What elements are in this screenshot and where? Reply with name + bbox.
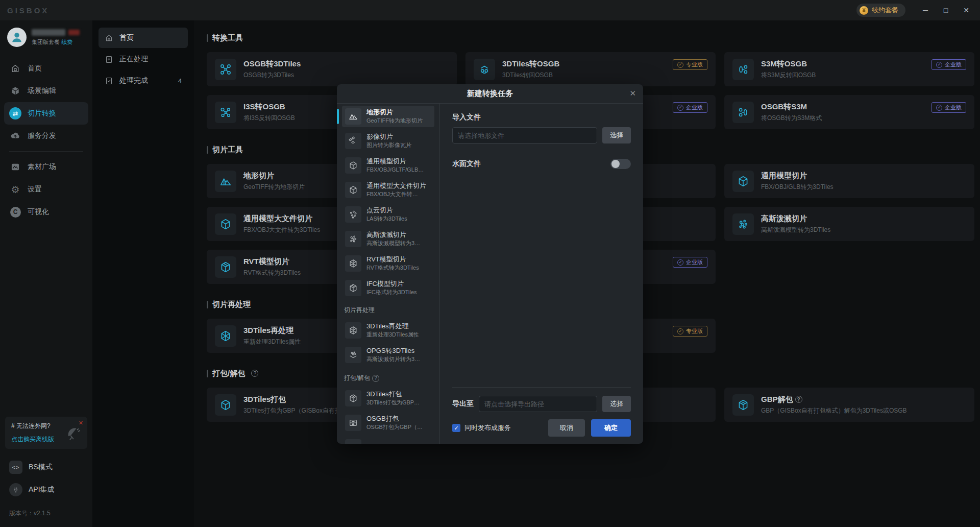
confirm-button[interactable]: 确定: [591, 419, 631, 437]
nav-label: 服务分发: [28, 131, 56, 140]
user-block[interactable]: 集团版套餐 续费: [0, 20, 92, 52]
publish-service-checkbox[interactable]: ✓: [452, 424, 460, 432]
card-gbp-unpack[interactable]: GBP解包 ? GBP（GISBox自有打包格式）解包为3DTiles或OSGB: [724, 388, 974, 422]
list-item-terrain-slice[interactable]: 地形切片 GeoTIFF转为地形切片: [342, 106, 434, 127]
fan-convert-icon: [732, 102, 754, 123]
list-item-large-model-slice[interactable]: 通用模型大文件切片 FBX/OBJ大文件转…: [342, 179, 434, 201]
nav-label: 切片转换: [28, 109, 56, 118]
subnav-label: 正在处理: [119, 55, 148, 64]
nav-item-service-distribute[interactable]: 服务分发: [4, 125, 88, 147]
cancel-button[interactable]: 取消: [548, 419, 585, 437]
cube-icon: [345, 439, 361, 444]
splat-icon: [345, 231, 361, 247]
nav-label: 可视化: [28, 207, 49, 217]
list-item-gaussian-splat-slice[interactable]: 高斯泼溅切片 高斯泼溅模型转为3…: [342, 228, 434, 250]
splat-icon: [732, 213, 754, 235]
list-item-osgb-pack[interactable]: OSGB打包 OSGB打包为GBP（…: [342, 412, 434, 434]
renew-link[interactable]: 续费: [61, 39, 72, 45]
nav-item-settings[interactable]: ⚙ 设置: [4, 178, 88, 201]
section-bar: [207, 301, 208, 308]
subnav-item-home[interactable]: 首页: [99, 28, 188, 48]
section-header-convert: 转换工具: [207, 33, 975, 43]
import-file-input[interactable]: [452, 127, 597, 143]
help-icon[interactable]: ?: [795, 396, 802, 403]
pro-badge: ✓专业版: [673, 326, 707, 337]
help-icon[interactable]: ?: [372, 375, 379, 382]
home-icon: [105, 34, 113, 42]
nav-item-asset-market[interactable]: 素材广场: [4, 156, 88, 178]
convert-nodes-icon: [215, 59, 236, 80]
file-check-icon: [105, 77, 113, 85]
task-type-list: 地形切片 GeoTIFF转为地形切片 影像切片 图片转为影像瓦片 通用模型切片 …: [337, 104, 440, 444]
gear-icon: ⚙: [9, 183, 21, 196]
list-item-imagery-slice[interactable]: 影像切片 图片转为影像瓦片: [342, 130, 434, 152]
coin-icon: ¥: [860, 6, 868, 15]
list-item-3dtiles-reprocess[interactable]: 3DTiles再处理 重新处理3DTiles属性: [342, 320, 434, 341]
nav-item-home[interactable]: 首页: [4, 57, 88, 80]
minimize-button[interactable]: ─: [919, 6, 932, 14]
list-item-3dtiles-pack[interactable]: 3DTiles打包 3DTiles打包为GBP…: [342, 388, 434, 409]
nav-label: 设置: [28, 185, 42, 194]
renew-plan-button[interactable]: ¥ 续约套餐: [856, 4, 905, 17]
cube-icon: [345, 390, 361, 406]
nav-item-scene-edit[interactable]: 场景编辑: [4, 80, 88, 102]
username-redacted: [32, 29, 65, 36]
main-nav: 首页 场景编辑 ⇄ 切片转换 服务分发 素材广场: [0, 57, 92, 223]
nav-label: 场景编辑: [28, 86, 56, 95]
form-divider: [452, 387, 631, 388]
api-integration-item[interactable]: API集成: [0, 478, 92, 501]
terrain-icon: [345, 108, 361, 125]
section-title: 切片工具: [212, 145, 243, 155]
secondary-nav: 首页 正在处理 处理完成 4: [92, 20, 194, 527]
water-file-label: 水面文件: [452, 159, 481, 169]
list-item-generic-model-slice[interactable]: 通用模型切片 FBX/OBJ/GLTF/GLB…: [342, 155, 434, 176]
list-item-point-cloud-slice[interactable]: 点云切片 LAS转为3DTiles: [342, 204, 434, 225]
cube-icon: [345, 182, 361, 198]
fan-convert-icon: [732, 59, 754, 80]
card-osgb-to-s3m[interactable]: OSGB转S3M 将OSGB转为S3M格式 ✓企业版: [724, 95, 974, 129]
publish-service-label: 同时发布成服务: [464, 423, 511, 433]
choose-import-button[interactable]: 选择: [602, 127, 631, 143]
water-file-toggle[interactable]: [610, 159, 631, 169]
bs-mode-label: BS模式: [29, 463, 53, 472]
section-bar: [207, 34, 208, 42]
card-s3m-to-osgb[interactable]: S3M转OSGB 将S3M反转回OSGB ✓企业版: [724, 52, 974, 86]
list-item-ifc-model-slice[interactable]: IFC模型切片 IFC格式转为3DTiles: [342, 277, 434, 299]
card-3dtiles-to-osgb[interactable]: 3DTiles转OSGB 3DTiles转回OSGB ✓专业版: [465, 52, 716, 86]
splat-layers-icon: [345, 347, 361, 363]
cube-wire-icon: [215, 325, 236, 347]
cube-icon: [215, 213, 236, 235]
help-icon[interactable]: ?: [251, 370, 258, 377]
sidebar: 集团版套餐 续费 首页 场景编辑 ⇄ 切片转换: [0, 20, 92, 527]
section-bar: [207, 370, 208, 377]
maximize-button[interactable]: □: [939, 6, 952, 14]
list-item-rvt-model-slice[interactable]: RVT模型切片 RVT格式转为3DTiles: [342, 253, 434, 274]
choose-export-button[interactable]: 选择: [602, 396, 631, 412]
file-upload-icon: [105, 55, 113, 64]
card-gaussian-splat-slice[interactable]: 高斯泼溅切片 高斯泼溅模型转为3DTiles: [724, 207, 974, 241]
drone-convert-icon: [474, 59, 495, 80]
close-icon[interactable]: ✕: [629, 89, 636, 98]
selection-indicator: [337, 109, 339, 124]
task-form-panel: 导入文件 选择 水面文件 导出至 选择 ✓ 同时发布成服务 取消 确定: [440, 104, 643, 444]
list-item-clipped[interactable]: [342, 437, 434, 444]
app-logo: GISBOX: [7, 6, 49, 15]
card-generic-model-slice[interactable]: 通用模型切片 FBX/OBJ/GLB转为3DTiles: [724, 164, 974, 198]
person-icon: [10, 30, 24, 44]
dialog-title: 新建转换任务: [467, 89, 513, 99]
nav-item-slice-convert[interactable]: ⇄ 切片转换: [4, 102, 88, 125]
close-window-button[interactable]: ✕: [960, 6, 973, 14]
list-item-opgs-to-3dtiles[interactable]: OPGS转3DTiles 高斯泼溅切片转为3…: [342, 344, 434, 366]
user-badge-redacted: [68, 30, 80, 35]
subnav-item-completed[interactable]: 处理完成 4: [99, 70, 188, 91]
enterprise-badge: ✓企业版: [673, 257, 707, 268]
subnav-item-processing[interactable]: 正在处理: [99, 49, 188, 69]
avatar: [7, 28, 27, 47]
export-path-input[interactable]: [479, 396, 597, 412]
offline-promo-card[interactable]: # 无法连外网? 点击购买离线版 ✕: [5, 417, 87, 449]
card-osgb-to-3dtiles[interactable]: OSGB转3DTiles OSGB转为3DTiles: [207, 52, 457, 86]
point-cloud-icon: [345, 206, 361, 223]
version-label: 版本号：v2.1.5: [0, 501, 92, 527]
bs-mode-item[interactable]: <> BS模式: [0, 456, 92, 478]
nav-item-visualization[interactable]: C 可视化: [4, 201, 88, 223]
